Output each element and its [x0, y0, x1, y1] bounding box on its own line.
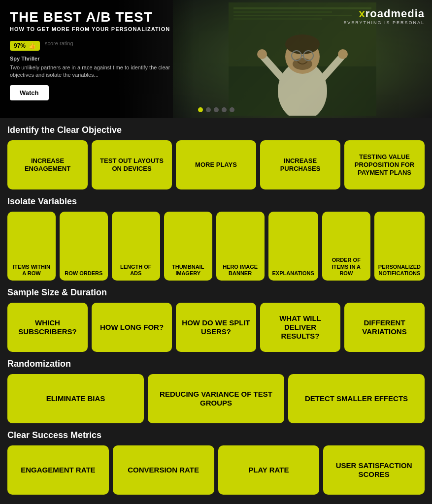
thumb-icon: 👍 — [29, 42, 36, 49]
hero-title: THE BEST A/B TEST — [10, 10, 185, 25]
hero-section: THE BEST A/B TEST HOW TO GET MORE FROM Y… — [0, 0, 432, 118]
svg-rect-5 — [233, 18, 322, 20]
logo-tagline: EVERYTHING IS PERSONAL — [343, 20, 425, 25]
sample-card-how-long[interactable]: HOW LONG FOR? — [92, 303, 172, 352]
brand-logo: xroadmedia EVERYTHING IS PERSONAL — [343, 7, 425, 25]
sample-cards-grid: WHICH SUBSCRIBERS? HOW LONG FOR? HOW DO … — [7, 303, 425, 352]
main-content: Identify the Clear Objective INCREASE EN… — [0, 118, 432, 504]
svg-rect-3 — [233, 11, 332, 13]
score-badge: 97% 👍 — [10, 41, 40, 51]
sample-section-title: Sample Size & Duration — [7, 281, 425, 303]
objective-card-layouts[interactable]: TEST OUT LAYOUTS ON DEVICES — [92, 140, 172, 189]
rand-card-reducing-variance[interactable]: REDUCING VARIANCE OF TEST GROUPS — [148, 374, 284, 423]
randomization-cards-grid: ELIMINATE BIAS REDUCING VARIANCE OF TEST… — [7, 374, 425, 423]
objective-card-plays[interactable]: MORE PLAYS — [176, 140, 256, 189]
variable-card-explanations[interactable]: EXPLANATIONS — [268, 212, 318, 281]
rand-card-eliminate-bias[interactable]: ELIMINATE BIAS — [7, 374, 144, 423]
svg-rect-4 — [233, 15, 352, 16]
metric-card-engagement[interactable]: ENGAGEMENT RATE — [7, 445, 109, 495]
svg-point-8 — [285, 34, 320, 54]
dot-3[interactable] — [214, 107, 219, 112]
logo-name: roadmedia — [366, 7, 425, 20]
dot-2[interactable] — [206, 107, 211, 112]
metrics-cards-grid: ENGAGEMENT RATE CONVERSION RATE PLAY RAT… — [7, 445, 425, 495]
dot-4[interactable] — [222, 107, 227, 112]
genre-label: Spy Thriller — [10, 56, 185, 62]
sample-card-split-users[interactable]: HOW DO WE SPLIT USERS? — [176, 303, 256, 352]
objective-cards-grid: INCREASE ENGAGEMENT TEST OUT LAYOUTS ON … — [7, 140, 425, 189]
sample-card-deliver-results[interactable]: WHAT WILL DELIVER RESULTS? — [260, 303, 340, 352]
metric-card-conversion[interactable]: CONVERSION RATE — [113, 445, 214, 495]
randomization-section-title: Randomization — [7, 352, 425, 374]
score-label: score rating — [45, 40, 73, 46]
variable-card-notifications[interactable]: PERSONALIZED NOTIFICATIONS — [374, 212, 425, 281]
hero-subtitle: HOW TO GET MORE FROM YOUR PERSONALIZATIO… — [10, 26, 185, 32]
dot-1[interactable] — [198, 107, 203, 112]
variables-cards-grid: ITEMS WITHIN A ROW ROW ORDERS LENGTH OF … — [7, 212, 425, 281]
variable-card-length-ads[interactable]: LENGTH OF ADS — [112, 212, 160, 281]
svg-point-16 — [338, 49, 348, 59]
logo-x: x — [359, 7, 365, 20]
rand-card-detect-effects[interactable]: DETECT SMALLER EFFECTS — [288, 374, 425, 423]
sample-card-variations[interactable]: DIFFERENT VARIATIONS — [344, 303, 425, 352]
metric-card-play-rate[interactable]: PLAY RATE — [218, 445, 320, 495]
variables-section-title: Isolate Variables — [7, 189, 425, 212]
score-value: 97% — [14, 42, 26, 49]
variable-card-order-items[interactable]: ORDER OF ITEMS IN A ROW — [322, 212, 370, 281]
hero-description: Two unlikely partners are in a race agai… — [10, 64, 185, 79]
objective-card-payment[interactable]: TESTING VALUE PROPOSITION FOR PAYMENT PL… — [344, 140, 425, 189]
variable-card-hero-banner[interactable]: HERO IMAGE BANNER — [216, 212, 265, 281]
objective-card-purchases[interactable]: INCREASE PURCHASES — [260, 140, 340, 189]
objective-section-title: Identify the Clear Objective — [7, 118, 425, 140]
variable-card-items-row[interactable]: ITEMS WITHIN A ROW — [7, 212, 56, 281]
variable-card-row-orders[interactable]: ROW ORDERS — [60, 212, 108, 281]
metrics-section-title: Clear Success Metrics — [7, 423, 425, 445]
dot-5[interactable] — [230, 107, 234, 112]
carousel-dots — [198, 107, 234, 112]
sample-card-subscribers[interactable]: WHICH SUBSCRIBERS? — [7, 303, 88, 352]
metric-card-satisfaction[interactable]: USER SATISFACTION SCORES — [323, 445, 425, 495]
svg-point-15 — [257, 49, 267, 59]
hero-text-content: THE BEST A/B TEST HOW TO GET MORE FROM Y… — [0, 0, 195, 118]
variable-card-thumbnail[interactable]: THUMBNAIL IMAGERY — [164, 212, 212, 281]
watch-button[interactable]: Watch — [10, 85, 49, 100]
objective-card-engagement[interactable]: INCREASE ENGAGEMENT — [7, 140, 88, 189]
